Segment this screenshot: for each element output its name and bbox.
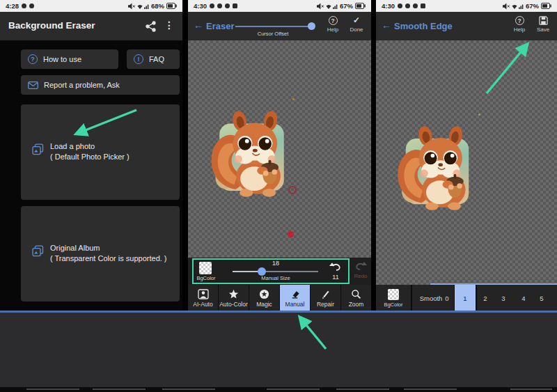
bgcolor-swatch	[388, 289, 399, 300]
eraser-control-strip: BgColor 18 Manual Size 11 Redo	[188, 258, 371, 285]
smooth-level-3[interactable]: 3	[496, 295, 510, 302]
undo-icon[interactable]	[329, 262, 343, 272]
help-button[interactable]: ? Help	[323, 16, 343, 33]
status-time: 4:30	[194, 2, 207, 10]
wifi-icon	[137, 5, 142, 9]
faq-label: FAQ	[149, 55, 164, 63]
photos-icon	[32, 143, 44, 155]
notification-icon	[210, 3, 214, 8]
status-bar: 4:30 67%	[188, 0, 371, 12]
annotation-highlight-box: BgColor 18 Manual Size 11	[192, 258, 350, 284]
bgcolor-label: BgColor	[194, 275, 219, 281]
tool-auto-color[interactable]: Auto-Color	[219, 285, 249, 311]
done-button[interactable]: ✓ Done	[347, 16, 366, 33]
battery-icon	[541, 3, 551, 9]
how-to-use-label: How to use	[43, 55, 81, 63]
photos-icon	[32, 245, 44, 257]
save-label: Save	[537, 26, 549, 33]
battery-icon	[355, 3, 366, 9]
battery-percent: 68%	[151, 2, 164, 10]
smooth-level-2[interactable]: 2	[478, 295, 492, 302]
tool-manual[interactable]: Manual	[280, 285, 310, 311]
tool-label: Manual	[285, 301, 305, 308]
how-to-use-button[interactable]: ? How to use	[21, 49, 118, 69]
panel-main-menu: 4:28 68% Background Eraser	[0, 0, 182, 311]
cursor-offset-label: Cursor Offset	[231, 31, 315, 37]
smooth-level-0-segment[interactable]: Smooth 0	[412, 285, 454, 311]
load-photo-sublabel: ( Default Photo Picker )	[50, 152, 130, 164]
done-check-icon: ✓	[353, 16, 360, 25]
original-album-label: Original Album	[50, 243, 167, 254]
status-time: 4:30	[382, 2, 395, 10]
signal-icon	[519, 4, 523, 8]
smooth-level-segment: 2 3 4 5	[477, 285, 557, 311]
page-title: Background Eraser	[8, 20, 95, 31]
manual-size-slider-filled[interactable]	[233, 271, 261, 272]
help-button[interactable]: ? Help	[510, 16, 529, 33]
tool-label: Auto-Color	[219, 301, 248, 308]
app-bar: ← Smooth Edge ? Help Save	[376, 12, 557, 40]
tool-repair[interactable]: Repair	[311, 285, 340, 311]
app-bar: Background Eraser ⋮	[0, 12, 182, 40]
share-icon[interactable]	[146, 21, 156, 32]
mute-icon	[503, 3, 524, 10]
smooth-level-4[interactable]: 4	[517, 295, 531, 302]
status-bar: 4:30 67%	[376, 0, 557, 12]
manual-size-slider[interactable]	[261, 271, 318, 272]
tool-label: AI-Auto	[193, 301, 212, 308]
manual-eraser-icon	[290, 289, 300, 299]
help-label: Help	[514, 26, 525, 33]
battery-icon	[166, 3, 177, 9]
load-photo-button[interactable]: Load a photo ( Default Photo Picker )	[21, 104, 180, 200]
notification-icon	[413, 3, 418, 8]
undo-count: 11	[329, 274, 343, 281]
signal-icon	[144, 4, 148, 8]
notification-icon	[225, 3, 230, 8]
redo-label: Redo	[351, 273, 370, 279]
redo-icon[interactable]	[354, 261, 368, 271]
help-icon: ?	[515, 16, 524, 25]
smooth-selector-top-border	[430, 283, 557, 285]
bgcolor-label: BgColor	[384, 301, 402, 308]
report-problem-button[interactable]: Report a problem, Ask	[21, 75, 180, 95]
repair-pen-icon	[320, 289, 331, 299]
tool-ai-auto[interactable]: AI-Auto	[188, 285, 218, 311]
screenshot-bottom-divider	[0, 311, 557, 313]
manual-size-label: Manual Size	[234, 275, 317, 281]
bgcolor-button[interactable]: BgColor	[376, 285, 411, 311]
original-album-button[interactable]: Original Album ( Transparent Color is su…	[21, 206, 180, 301]
tool-label: Magic	[256, 301, 272, 308]
auto-color-star-icon	[228, 289, 239, 299]
cursor-offset-slider[interactable]	[235, 26, 313, 27]
bgcolor-swatch[interactable]	[199, 262, 212, 274]
cursor-offset-slider-thumb[interactable]	[308, 22, 315, 30]
app-bar: ← Eraser Cursor Offset ? Help ✓ Done	[188, 12, 371, 40]
eraser-toolbar: AI-Auto Auto-Color Magic Manual	[188, 285, 371, 311]
smooth-level-5[interactable]: 5	[535, 295, 549, 302]
faq-button[interactable]: ! FAQ	[127, 49, 180, 69]
notification-icon	[22, 3, 26, 8]
tool-label: Zoom	[349, 301, 364, 308]
back-arrow[interactable]: ←	[194, 19, 203, 31]
tool-magic[interactable]: Magic	[249, 285, 279, 311]
mail-icon	[28, 81, 38, 89]
smooth-level-1-selected[interactable]: 1	[455, 285, 476, 311]
back-arrow[interactable]: ←	[382, 19, 391, 31]
notification-icon	[405, 3, 410, 8]
battery-percent: 67%	[340, 2, 353, 10]
signal-icon	[333, 4, 337, 8]
squirrel-image	[391, 120, 483, 215]
leftover-pixel	[292, 98, 295, 100]
done-label: Done	[350, 26, 363, 33]
help-label: Help	[327, 26, 338, 33]
smooth-level-0[interactable]: 0	[440, 295, 454, 302]
panel-eraser: 4:30 67% ← Eraser	[188, 0, 371, 311]
help-icon: ?	[329, 16, 338, 25]
save-floppy-icon	[539, 16, 548, 25]
overflow-menu-icon[interactable]: ⋮	[164, 19, 174, 31]
tool-zoom[interactable]: Zoom	[341, 285, 371, 311]
notification-icon	[217, 3, 222, 8]
save-button[interactable]: Save	[533, 16, 553, 33]
mute-icon	[128, 3, 149, 10]
squirrel-image	[205, 104, 299, 202]
